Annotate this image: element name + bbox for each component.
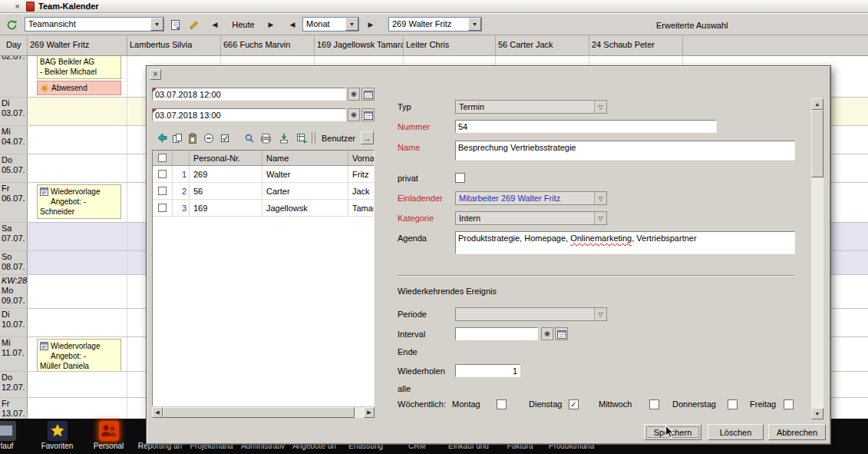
- taskbar-item-favoriten[interactable]: Favoriten: [31, 419, 83, 454]
- einladender-select[interactable]: Mitarbeiter 269 Walter Fritz▽: [455, 191, 607, 205]
- prev-period-button[interactable]: ◀: [285, 17, 299, 31]
- printer-icon: [260, 133, 272, 144]
- dialog-close-button[interactable]: ×: [150, 69, 161, 80]
- vscroll-thumb[interactable]: [811, 110, 823, 177]
- form-vscrollbar[interactable]: ▲ ▼: [811, 98, 823, 419]
- today-button[interactable]: Heute: [224, 17, 262, 31]
- select-all-checkbox[interactable]: [158, 154, 167, 162]
- copy-button[interactable]: [170, 131, 184, 145]
- end-calendar-button[interactable]: [361, 108, 375, 121]
- calendar-cell[interactable]: [28, 126, 127, 154]
- personal-nr-cell: 169: [190, 200, 262, 216]
- calendar-cell[interactable]: [28, 98, 127, 125]
- typ-select[interactable]: Termin▽: [455, 100, 607, 114]
- interval-field[interactable]: [455, 327, 538, 340]
- next-period-button[interactable]: ▶: [364, 17, 378, 31]
- weekday-checkbox[interactable]: [497, 399, 507, 409]
- taskbar-item-personal[interactable]: Personal: [83, 419, 134, 454]
- calendar-cell[interactable]: BAG Beikler AG- Beikler MichaelAbwesend: [28, 56, 127, 97]
- chevron-down-icon[interactable]: ▼: [345, 18, 358, 31]
- cancel-button[interactable]: Abbrechen: [768, 424, 826, 440]
- agenda-field[interactable]: Produktstrategie, Homepage, Onlinemarket…: [455, 231, 795, 254]
- advanced-selection-toggle[interactable]: Erweiterte Auswahl: [656, 21, 728, 30]
- paste-button[interactable]: [185, 131, 200, 145]
- chevron-down-icon[interactable]: ▽: [594, 308, 606, 320]
- new-entry-button[interactable]: [168, 17, 183, 32]
- start-now-button[interactable]: ◉: [348, 88, 360, 101]
- end-datetime-field[interactable]: 03.07.2018 13:00: [152, 108, 346, 121]
- calendar-cell[interactable]: [28, 251, 127, 274]
- import-button[interactable]: [276, 131, 291, 145]
- print-button[interactable]: [259, 131, 273, 145]
- delete-button[interactable]: Löschen: [708, 424, 764, 440]
- team-view-select[interactable]: Teamansicht ▼: [25, 17, 164, 31]
- vorname-cell: Tamara: [348, 200, 374, 216]
- name-field[interactable]: Besprechung Vertriebsstrategie: [455, 141, 795, 161]
- scroll-down-icon[interactable]: ▼: [811, 408, 823, 419]
- calendar-cell[interactable]: [28, 154, 127, 182]
- weekday-checkbox[interactable]: ✓: [569, 399, 579, 409]
- taskbar-item-rlauf[interactable]: rlauf: [0, 419, 31, 454]
- privat-checkbox[interactable]: [455, 173, 465, 183]
- period-select[interactable]: Monat ▼: [302, 17, 359, 31]
- star-icon: [48, 421, 68, 441]
- chevron-down-icon[interactable]: ▽: [594, 101, 606, 113]
- refresh-button[interactable]: [4, 17, 19, 32]
- table-row[interactable]: 256CarterJack: [153, 183, 374, 200]
- remove-button[interactable]: [201, 131, 216, 145]
- interval-calendar-button[interactable]: [555, 327, 568, 340]
- start-datetime-field[interactable]: 03.07.2018 12:00: [152, 88, 346, 101]
- interval-now-button[interactable]: ◉: [541, 327, 553, 340]
- kategorie-select[interactable]: Intern▽: [455, 211, 607, 225]
- chevron-down-icon[interactable]: ▽: [594, 192, 606, 204]
- chevron-down-icon[interactable]: ▽: [594, 212, 606, 224]
- calendar-cell[interactable]: [28, 223, 127, 250]
- calendar-icon: [364, 90, 373, 99]
- row-checkbox[interactable]: [158, 187, 167, 195]
- person-select[interactable]: 269 Walter Fritz ▼: [388, 17, 482, 31]
- next-day-button[interactable]: ▶: [264, 17, 278, 31]
- prev-day-button[interactable]: ◀: [208, 17, 222, 31]
- calendar-event[interactable]: BAG Beikler AG- Beikler Michael: [37, 56, 121, 79]
- chevron-down-icon[interactable]: ▼: [468, 18, 481, 31]
- scroll-up-icon[interactable]: ▲: [811, 98, 823, 110]
- scroll-right-icon[interactable]: ▶: [364, 407, 375, 418]
- weekday-checkbox[interactable]: [728, 399, 738, 409]
- weekday-checkbox[interactable]: [784, 399, 794, 409]
- export-button[interactable]: [295, 131, 309, 145]
- close-icon[interactable]: ×: [12, 2, 22, 12]
- row-checkbox[interactable]: [158, 170, 167, 178]
- calendar-cell[interactable]: [28, 309, 127, 336]
- benutzer-forward-button[interactable]: →: [361, 131, 374, 144]
- hscroll-thumb[interactable]: [163, 407, 355, 418]
- minus-circle-icon: [203, 133, 214, 144]
- calendar-cell[interactable]: WiedervorlageAngebot: -Schneider: [28, 183, 127, 222]
- calendar-cell[interactable]: WiedervorlageAngebot: -Müller Daniela: [28, 337, 127, 371]
- table-row[interactable]: 1269WalterFritz: [153, 166, 374, 183]
- calendar-event[interactable]: Abwesend: [37, 81, 121, 95]
- chevron-down-icon[interactable]: ▼: [150, 18, 163, 31]
- weekday-checkbox[interactable]: [649, 399, 659, 409]
- name-cell: Jagellowsk: [262, 200, 348, 216]
- select-all-button[interactable]: [217, 131, 232, 145]
- calendar-event[interactable]: WiedervorlageAngebot: -Schneider: [37, 184, 121, 219]
- calendar-cell[interactable]: [28, 372, 127, 397]
- wiederholen-field[interactable]: 1: [455, 364, 520, 377]
- user-table-column-header: Vorname: [348, 151, 374, 165]
- nummer-field[interactable]: 54: [455, 120, 717, 133]
- scroll-left-icon[interactable]: ◀: [152, 407, 163, 418]
- edit-button[interactable]: [186, 17, 201, 32]
- search-button[interactable]: [242, 131, 256, 145]
- taskbar-item-label: Favoriten: [41, 442, 74, 450]
- hscroll-track[interactable]: [355, 407, 364, 418]
- calendar-event[interactable]: WiedervorlageAngebot: -Müller Daniela: [37, 339, 121, 371]
- row-checkbox[interactable]: [158, 204, 167, 212]
- calendar-cell[interactable]: [28, 398, 127, 419]
- back-button[interactable]: [154, 131, 169, 145]
- user-list-hscrollbar[interactable]: ◀ ▶: [152, 407, 375, 418]
- start-calendar-button[interactable]: [361, 88, 375, 101]
- end-now-button[interactable]: ◉: [348, 108, 360, 121]
- periode-select[interactable]: ▽: [455, 307, 607, 321]
- calendar-cell[interactable]: [28, 275, 127, 308]
- table-row[interactable]: 3169JagellowskTamara: [153, 200, 374, 217]
